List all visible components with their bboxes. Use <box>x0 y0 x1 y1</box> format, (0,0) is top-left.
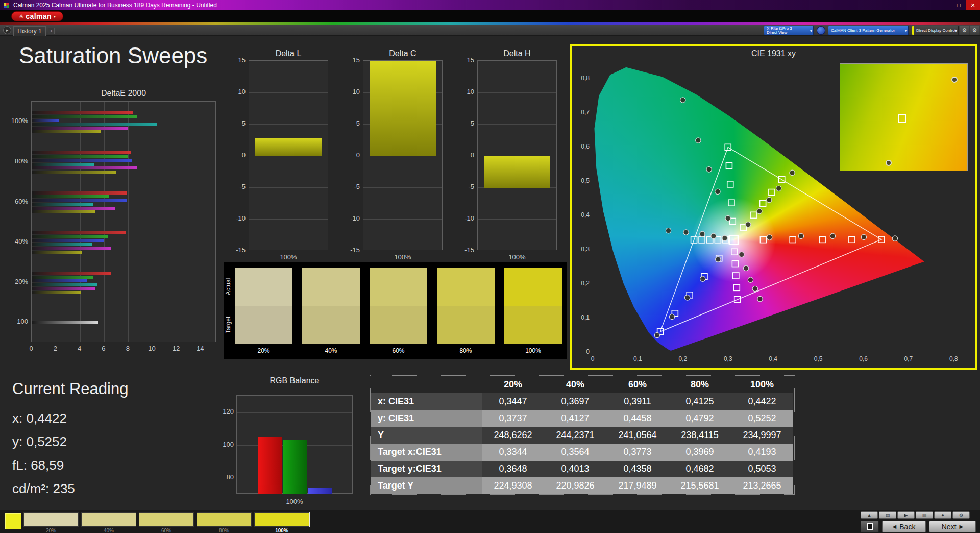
deltae-bar <box>32 279 87 282</box>
settings-gear-button-2[interactable]: ⚙ <box>970 26 979 35</box>
y-tick-label: 5 <box>339 119 360 127</box>
bottom-swatch-60%[interactable] <box>139 512 194 527</box>
deltae-bar <box>32 191 127 195</box>
next-button[interactable]: Next ▶ <box>929 521 976 532</box>
window-button[interactable]: ▥ <box>916 511 933 519</box>
actual-swatch-20% <box>235 268 292 306</box>
row-label: y: CIE31 <box>371 410 482 427</box>
target-swatch-20% <box>235 306 292 344</box>
row-label: x: CIE31 <box>371 393 482 410</box>
y-tick-label: 10 <box>339 88 360 95</box>
x-tick-label: 0,2 <box>673 355 693 362</box>
chart-title: DeltaE 2000 <box>31 89 216 98</box>
chevron-down-icon: ▾ <box>905 29 907 33</box>
options-button[interactable]: ⚙ <box>952 511 970 519</box>
x-tick-label: 0,1 <box>627 355 648 362</box>
current-reading-title: Current Reading <box>12 380 201 398</box>
scroll-up-button[interactable]: ▲ <box>861 511 878 519</box>
bottom-swatch-label: 80% <box>197 528 252 533</box>
deltae-plot-area <box>31 101 216 342</box>
deltae-bar <box>32 283 97 286</box>
saturation-column-label: 60% <box>370 347 427 354</box>
x-tick-label: 0,4 <box>763 355 783 362</box>
layout-button[interactable]: ▤ <box>879 511 896 519</box>
cie-measured-marker <box>700 231 705 236</box>
cie-target-marker <box>849 236 855 243</box>
bottom-swatch-20%[interactable] <box>23 512 79 527</box>
cie-measured-marker <box>752 286 757 291</box>
actual-target-swatch-panel: Actual Target 20%40%60%80%100% <box>224 262 567 359</box>
play-button[interactable]: ▶ <box>897 511 915 519</box>
cie1931-chart-panel[interactable]: CIE 1931 xy 00,10,20,30,40,50,60,70,800,… <box>570 44 977 370</box>
y-tick-label: 80 <box>213 473 234 481</box>
cie-target-marker <box>726 163 732 169</box>
y-tick-label: 100 <box>213 441 234 448</box>
window-title: Calman 2025 Calman Ultimate for Business… <box>13 2 217 9</box>
bottom-swatch-100%[interactable] <box>254 512 309 527</box>
bottom-swatch-80%[interactable] <box>197 512 252 527</box>
bottom-bar: 20%40%60%80%100% ▲▤▶▥●⚙ ◀ Back Next ▶ <box>0 510 980 533</box>
y-tick-label: 0,3 <box>572 246 590 253</box>
record-button[interactable]: ● <box>934 511 951 519</box>
deltae-bar <box>32 171 116 174</box>
maximize-button[interactable]: □ <box>951 0 966 10</box>
actual-swatch-60% <box>370 268 427 306</box>
reading-cdm2: cd/m²: 235 <box>12 477 201 500</box>
chart-title: Delta C <box>363 49 443 58</box>
cie-measured-marker <box>830 233 835 238</box>
gridline <box>363 219 442 220</box>
cie-target-marker <box>760 237 766 243</box>
back-button[interactable]: ◀ Back <box>882 521 926 532</box>
table-header-row: 20%40%60%80%100% <box>371 376 794 393</box>
y-tick-label: 10 <box>454 88 474 95</box>
cie-measured-marker <box>706 167 712 172</box>
close-button[interactable]: ✕ <box>966 0 980 10</box>
saturation-column-label: 80% <box>437 347 495 354</box>
meter-device-button[interactable]: X-Rite i1Pro 3 Direct View ▾ <box>764 26 814 35</box>
cie-measured-marker <box>892 236 897 241</box>
group-label: 40% <box>9 237 28 245</box>
display-control-button[interactable]: Direct Display Control ▾ <box>912 26 959 35</box>
cie-target-marker <box>727 181 733 187</box>
table-cell: 0,4422 <box>731 393 793 410</box>
logo-bar: ✳ calman ▾ <box>0 10 980 22</box>
pattern-generator-button[interactable]: CalMAN Client 3 Pattern Generator ▾ <box>828 26 909 35</box>
x-category-label: 100% <box>249 253 328 261</box>
table-cell: 0,3344 <box>482 444 544 461</box>
x-tick-label: 0 <box>23 345 39 352</box>
chevron-down-icon: ▾ <box>54 14 56 19</box>
x-tick-label: 4 <box>72 345 87 352</box>
x-tick-label: 6 <box>96 345 111 352</box>
minimize-button[interactable]: – <box>937 0 951 10</box>
pattern-window-button[interactable] <box>861 521 879 532</box>
saturation-data-table: 20%40%60%80%100%x: CIE310,34470,36970,39… <box>370 375 795 495</box>
column-header: 60% <box>606 376 669 393</box>
close-tab-button[interactable]: x <box>48 28 55 34</box>
delta_l-bar <box>255 138 322 156</box>
gridline <box>363 156 442 156</box>
x-tick-label: 14 <box>192 345 208 352</box>
gridline <box>249 219 328 220</box>
cie-measured-marker <box>716 257 721 262</box>
delta_c-plot-area <box>363 60 443 250</box>
table-cell: 0,3447 <box>482 393 544 410</box>
active-color-indicator <box>5 513 21 529</box>
calman-logo-button[interactable]: ✳ calman ▾ <box>11 11 63 21</box>
bottom-swatch-40%[interactable] <box>81 512 136 527</box>
settings-gear-button[interactable]: ⚙ <box>960 26 969 35</box>
group-label: 100% <box>9 117 28 125</box>
gridline <box>153 102 153 342</box>
actual-swatch-100% <box>504 268 562 306</box>
history-nav-button[interactable]: ▸ <box>3 26 11 34</box>
tab-history-1[interactable]: History 1 <box>13 26 46 36</box>
inset-measured-marker <box>951 77 958 83</box>
cie-target-marker <box>729 235 738 244</box>
y-tick-label: 5 <box>225 119 246 127</box>
deltae-bar <box>32 195 109 198</box>
deltae-bar <box>32 166 137 169</box>
cie-target-marker <box>819 236 825 243</box>
cie-target-marker <box>760 200 766 206</box>
y-tick-label: 15 <box>225 56 246 64</box>
table-cell: 0,4358 <box>606 461 669 477</box>
x-tick-label: 12 <box>168 345 184 352</box>
